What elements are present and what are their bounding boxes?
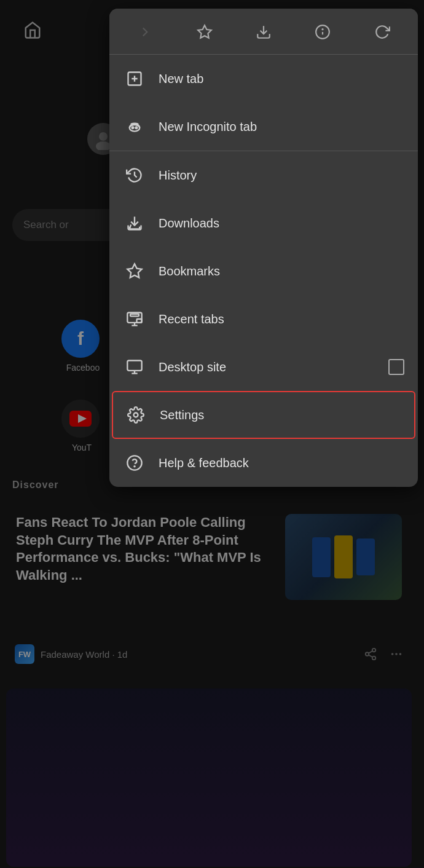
history-label: History [159, 168, 404, 183]
menu-item-bookmarks[interactable]: Bookmarks [109, 247, 418, 295]
svg-marker-12 [198, 25, 211, 38]
svg-point-33 [134, 413, 138, 417]
desktop-site-checkbox[interactable] [388, 359, 404, 375]
menu-item-incognito[interactable]: New Incognito tab [109, 103, 418, 151]
menu-item-downloads[interactable]: Downloads [109, 199, 418, 247]
dropdown-menu: New tab New Incognito tab Hist [109, 9, 418, 487]
incognito-icon [123, 115, 146, 138]
new-tab-label: New tab [159, 72, 404, 86]
recent-tabs-label: Recent tabs [159, 312, 404, 326]
info-button[interactable] [309, 18, 336, 45]
bookmark-button[interactable] [191, 18, 218, 45]
menu-item-desktop-site[interactable]: Desktop site [109, 343, 418, 391]
bookmarks-icon [123, 259, 146, 283]
menu-item-settings[interactable]: Settings [112, 391, 415, 439]
help-icon [123, 451, 146, 475]
svg-point-21 [132, 127, 134, 128]
download-button[interactable] [250, 18, 277, 45]
menu-item-recent-tabs[interactable]: Recent tabs [109, 295, 418, 343]
svg-rect-26 [130, 314, 139, 316]
forward-button[interactable] [132, 18, 159, 45]
svg-rect-29 [137, 319, 142, 323]
help-label: Help & feedback [159, 456, 404, 470]
desktop-site-icon [123, 355, 146, 379]
incognito-label: New Incognito tab [159, 120, 404, 134]
recent-tabs-icon [123, 307, 146, 331]
settings-icon [124, 403, 147, 427]
settings-label: Settings [160, 408, 403, 422]
desktop-site-label: Desktop site [159, 360, 388, 374]
menu-item-history[interactable]: History [109, 151, 418, 199]
svg-marker-24 [127, 264, 141, 277]
downloads-icon [123, 211, 146, 235]
downloads-label: Downloads [159, 216, 404, 231]
svg-rect-30 [127, 361, 141, 371]
menu-item-help[interactable]: Help & feedback [109, 439, 418, 487]
svg-point-22 [136, 127, 138, 128]
new-tab-icon [123, 67, 146, 90]
toolbar-row [109, 9, 418, 54]
menu-item-new-tab[interactable]: New tab [109, 55, 418, 103]
bookmarks-label: Bookmarks [159, 264, 404, 278]
refresh-button[interactable] [369, 18, 396, 45]
history-icon [123, 164, 146, 187]
